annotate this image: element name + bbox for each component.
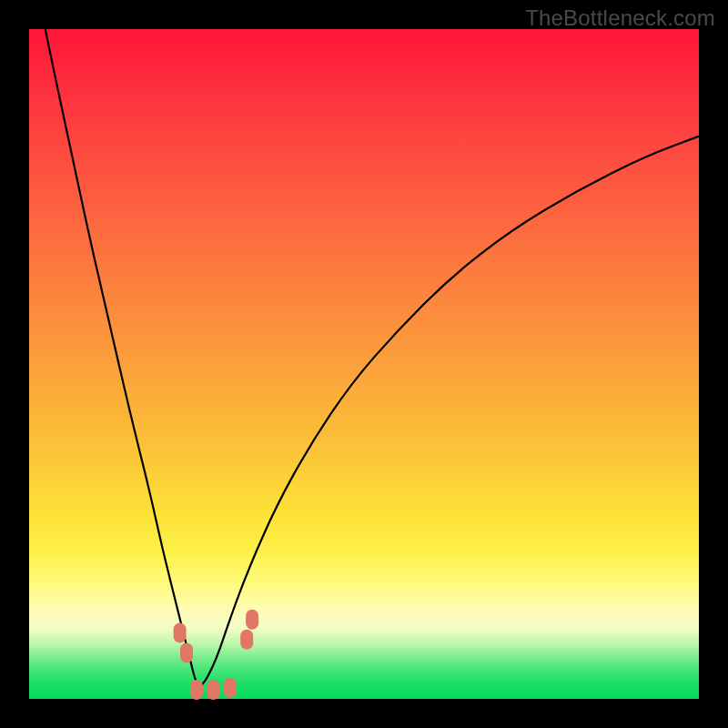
marker-bottom-b [207,680,219,700]
watermark-text: TheBottleneck.com [525,5,715,31]
marker-right-cluster-b [246,610,258,630]
bottleneck-curve [29,0,699,685]
chart-overlay [29,29,699,699]
marker-left-cluster-a [174,622,187,642]
marker-bottom-a [190,680,203,700]
chart-frame: TheBottleneck.com [0,0,728,728]
marker-bottom-c [224,678,237,698]
marker-right-cluster-a [240,630,253,650]
markers-group [174,610,259,700]
plot-area [29,29,699,699]
marker-left-cluster-b [180,643,193,663]
